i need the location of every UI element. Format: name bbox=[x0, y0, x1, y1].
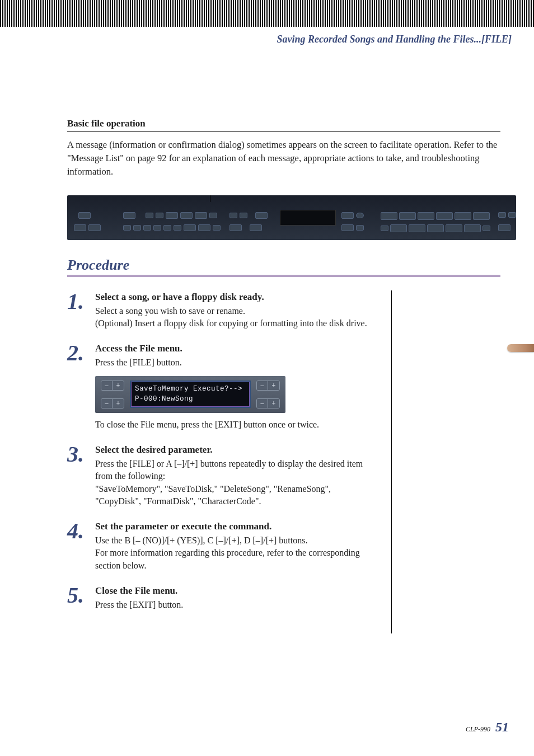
step-text: To close the File menu, press the [EXIT]… bbox=[95, 419, 374, 431]
footer-page-number: 51 bbox=[495, 720, 509, 734]
top-barcode-strip bbox=[0, 0, 534, 27]
running-header: Saving Recorded Songs and Handling the F… bbox=[0, 27, 534, 45]
step-number: 5. bbox=[67, 584, 95, 611]
step-title: Access the File menu. bbox=[95, 342, 374, 355]
plus-icon: + bbox=[113, 399, 124, 408]
footer-model: CLP-990 bbox=[466, 725, 490, 733]
lcd-display-panel: – + – + SaveToMemory Execute?--> P-000:N… bbox=[95, 376, 285, 413]
plus-icon: + bbox=[113, 381, 124, 390]
step-text: For more information regarding this proc… bbox=[95, 547, 374, 572]
section-description: A message (information or confirmation d… bbox=[67, 138, 500, 179]
minus-icon: – bbox=[101, 381, 113, 390]
step-text: Use the B [– (NO)]/[+ (YES)], C [–]/[+],… bbox=[95, 534, 374, 547]
step-1: 1. Select a song, or have a floppy disk … bbox=[67, 290, 374, 330]
lcd-screen: SaveToMemory Execute?--> P-000:NewSong bbox=[130, 381, 251, 408]
lcd-line-1: SaveToMemory Execute?--> bbox=[135, 384, 246, 395]
step-3: 3. Select the desired parameter. Press t… bbox=[67, 443, 374, 508]
minus-icon: – bbox=[257, 399, 268, 408]
step-number: 1. bbox=[67, 290, 95, 330]
step-title: Set the parameter or execute the command… bbox=[95, 520, 374, 533]
plus-icon: + bbox=[268, 381, 279, 390]
step-number: 3. bbox=[67, 443, 95, 508]
plus-icon: + bbox=[268, 399, 279, 408]
step-text: Select a song you wish to save or rename… bbox=[95, 305, 374, 317]
step-number: 2. bbox=[67, 342, 95, 431]
section-heading: Basic file operation bbox=[67, 118, 500, 132]
procedure-steps-column: 1. Select a song, or have a floppy disk … bbox=[67, 290, 392, 634]
instrument-panel-image bbox=[67, 195, 516, 240]
step-title: Close the File menu. bbox=[95, 584, 374, 598]
minus-icon: – bbox=[257, 381, 268, 390]
step-2: 2. Access the File menu. Press the [FILE… bbox=[67, 342, 374, 431]
lcd-button-b: – + bbox=[101, 398, 124, 408]
minus-icon: – bbox=[101, 399, 113, 408]
step-text: Press the [EXIT] button. bbox=[95, 599, 374, 611]
lcd-line-2: P-000:NewSong bbox=[135, 395, 246, 405]
page-edge-tab bbox=[507, 344, 534, 352]
step-text: (Optional) Insert a floppy disk for copy… bbox=[95, 317, 374, 330]
step-text: Press the [FILE] or A [–]/[+] buttons re… bbox=[95, 458, 374, 483]
page-footer: CLP-990 51 bbox=[466, 720, 509, 735]
procedure-heading: Procedure bbox=[67, 257, 500, 277]
lcd-button-d: – + bbox=[256, 398, 280, 408]
lcd-button-c: – + bbox=[256, 381, 280, 391]
step-title: Select the desired parameter. bbox=[95, 443, 374, 457]
step-number: 4. bbox=[67, 520, 95, 572]
step-text: Press the [FILE] button. bbox=[95, 356, 374, 369]
step-5: 5. Close the File menu. Press the [EXIT]… bbox=[67, 584, 374, 611]
lcd-button-a: – + bbox=[101, 381, 124, 391]
step-4: 4. Set the parameter or execute the comm… bbox=[67, 520, 374, 572]
step-title: Select a song, or have a floppy disk rea… bbox=[95, 290, 374, 304]
step-text: "SaveToMemory", "SaveToDisk," "DeleteSon… bbox=[95, 483, 374, 508]
